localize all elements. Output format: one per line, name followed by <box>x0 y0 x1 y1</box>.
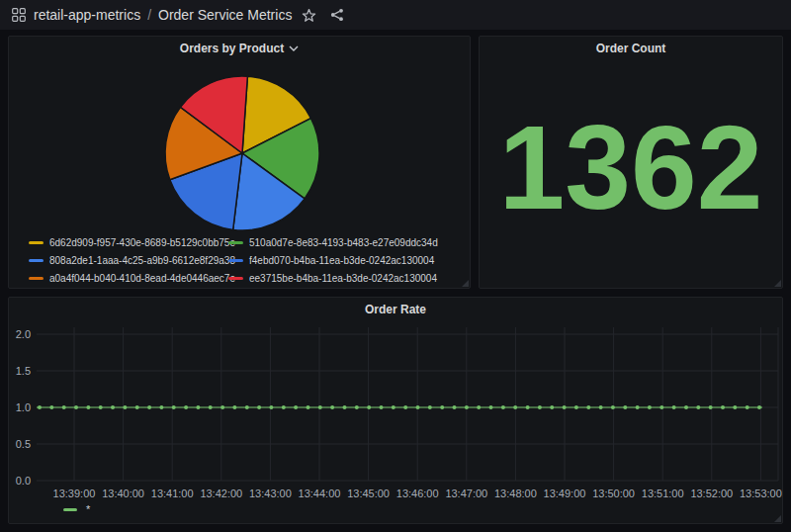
x-axis-tick-label: 13:45:00 <box>347 488 390 499</box>
breadcrumb-separator: / <box>147 7 151 23</box>
legend-color-swatch <box>29 277 44 280</box>
timeseries-chart: 0.00.51.01.52.013:39:0013:40:0013:41:001… <box>9 321 782 505</box>
pie-legend-item[interactable]: 6d62d909-f957-430e-8689-b5129c0bb75e <box>29 233 228 251</box>
breadcrumb-dashboard-title[interactable]: Order Service Metrics <box>158 7 292 23</box>
apps-grid-icon[interactable] <box>12 8 26 22</box>
panel-title-orders-by-product[interactable]: Orders by Product <box>9 37 470 60</box>
panel-title-text: Order Count <box>596 42 666 55</box>
series-point <box>513 405 517 409</box>
x-axis-tick-label: 13:51:00 <box>642 488 684 499</box>
dashboard-grid: Orders by Product 6d62d909-f957-430e-868… <box>0 30 791 532</box>
series-point <box>709 405 713 409</box>
series-point <box>574 405 578 409</box>
x-axis-tick-label: 13:40:00 <box>102 488 144 499</box>
series-point <box>282 405 286 409</box>
series-point <box>733 405 737 409</box>
series-point <box>526 405 530 409</box>
series-point <box>343 405 347 409</box>
series-point <box>623 405 627 409</box>
panel-title-order-count[interactable]: Order Count <box>480 37 782 60</box>
pie-legend-label[interactable]: 808a2de1-1aaa-4c25-a9b9-6612e8f29a38 <box>49 255 235 266</box>
series-point <box>636 405 640 409</box>
series-point <box>465 405 469 409</box>
series-point <box>209 405 213 409</box>
pie-legend-item[interactable]: ee3715be-b4ba-11ea-b3de-0242ac130004 <box>228 269 438 287</box>
pie-legend-label[interactable]: ee3715be-b4ba-11ea-b3de-0242ac130004 <box>249 273 437 284</box>
series-point <box>563 405 567 409</box>
panel-resize-handle[interactable] <box>462 280 469 287</box>
legend-color-swatch <box>228 259 243 262</box>
x-axis-tick-label: 13:50:00 <box>592 488 635 499</box>
series-point <box>367 405 371 409</box>
series-point <box>648 405 652 409</box>
panel-resize-handle[interactable] <box>774 280 781 287</box>
panel-title-order-rate[interactable]: Order Rate <box>9 298 782 321</box>
series-point <box>684 405 688 409</box>
y-axis-tick-label: 0.5 <box>16 438 31 450</box>
pie-legend-label[interactable]: 6d62d909-f957-430e-8689-b5129c0bb75e <box>49 237 235 248</box>
pie-chart <box>9 62 472 232</box>
series-point <box>721 405 725 409</box>
pie-legend-item[interactable]: 510a0d7e-8e83-4193-b483-e27e09ddc34d <box>228 233 438 251</box>
legend-color-swatch <box>228 277 243 280</box>
series-point <box>416 405 420 409</box>
panel-title-text: Order Rate <box>365 303 426 316</box>
series-point <box>99 405 103 409</box>
timeseries-legend-label[interactable]: * <box>86 503 90 515</box>
series-point <box>294 405 298 409</box>
series-point <box>599 405 603 409</box>
series-point <box>86 405 90 409</box>
panel-resize-handle[interactable] <box>774 515 781 522</box>
series-point <box>330 405 334 409</box>
series-point <box>586 405 590 409</box>
y-axis-tick-label: 1.5 <box>16 365 31 377</box>
series-point <box>318 405 322 409</box>
star-icon[interactable] <box>302 8 316 23</box>
series-point <box>135 405 139 409</box>
series-point <box>269 405 273 409</box>
share-icon[interactable] <box>330 8 344 22</box>
pie-legend-item[interactable]: 808a2de1-1aaa-4c25-a9b9-6612e8f29a38 <box>29 251 228 269</box>
x-axis-tick-label: 13:41:00 <box>151 488 194 499</box>
timeseries-legend: * <box>63 503 90 515</box>
series-point <box>538 405 542 409</box>
chevron-down-icon <box>289 45 299 51</box>
y-axis-tick-label: 0.0 <box>16 475 31 487</box>
pie-legend-item[interactable]: a0a4f044-b040-410d-8ead-4de0446aec7e <box>29 269 228 287</box>
legend-color-swatch <box>29 259 44 262</box>
x-axis-tick-label: 13:53:00 <box>740 488 782 499</box>
series-point <box>196 405 200 409</box>
series-point <box>38 405 42 409</box>
legend-color-swatch <box>29 241 44 244</box>
series-point <box>74 405 78 409</box>
pie-legend-label[interactable]: 510a0d7e-8e83-4193-b483-e27e09ddc34d <box>249 237 438 248</box>
series-point <box>757 405 761 409</box>
x-axis-tick-label: 13:49:00 <box>544 488 586 499</box>
series-point <box>392 405 396 409</box>
series-point <box>232 405 236 409</box>
series-point <box>477 405 481 409</box>
x-axis-tick-label: 13:42:00 <box>200 488 242 499</box>
x-axis-tick-label: 13:52:00 <box>690 488 733 499</box>
stat-value: 1362 <box>480 108 782 226</box>
pie-legend-label[interactable]: f4ebd070-b4ba-11ea-b3de-0242ac130004 <box>249 255 434 266</box>
series-point <box>453 405 457 409</box>
series-point <box>440 405 444 409</box>
breadcrumb-folder[interactable]: retail-app-metrics <box>34 7 140 23</box>
series-point <box>672 405 676 409</box>
timeseries-legend-swatch <box>63 508 77 511</box>
series-point <box>257 405 261 409</box>
x-axis-tick-label: 13:48:00 <box>494 488 537 499</box>
pie-legend-label[interactable]: a0a4f044-b040-410d-8ead-4de0446aec7e <box>49 273 235 284</box>
x-axis-tick-label: 13:39:00 <box>53 488 96 499</box>
series-point <box>611 405 615 409</box>
series-point <box>111 405 115 409</box>
panel-title-text: Orders by Product <box>180 42 284 55</box>
panel-order-rate: Order Rate 0.00.51.01.52.013:39:0013:40:… <box>8 297 783 524</box>
series-point <box>220 405 224 409</box>
series-point <box>49 405 53 409</box>
pie-legend-item[interactable]: f4ebd070-b4ba-11ea-b3de-0242ac130004 <box>228 251 438 269</box>
top-navigation-bar: retail-app-metrics / Order Service Metri… <box>0 0 791 30</box>
series-point <box>403 405 407 409</box>
series-point <box>380 405 384 409</box>
